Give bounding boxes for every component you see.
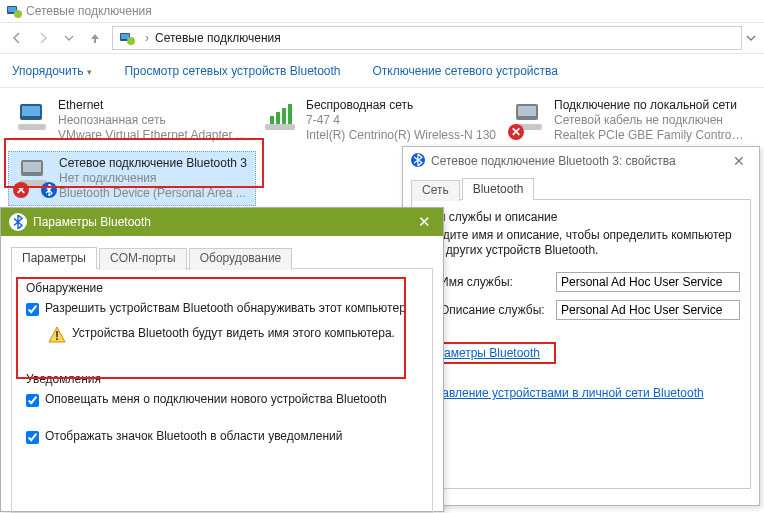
svg-rect-9: [265, 124, 295, 130]
service-section-title: Имя службы и описание: [422, 210, 740, 224]
connection-item-local[interactable]: ✕ Подключение по локальной сети Сетевой …: [504, 94, 752, 147]
svg-rect-15: [518, 106, 536, 116]
network-connections-icon: [6, 3, 22, 19]
properties-titlebar[interactable]: Сетевое подключение Bluetooth 3: свойств…: [403, 147, 759, 175]
service-section-desc: Введите имя и описание, чтобы определить…: [422, 228, 740, 258]
link-manage-devices[interactable]: Управление устройствами в личной сети Bl…: [422, 386, 704, 400]
tab-network[interactable]: Сеть: [411, 180, 460, 201]
connection-item-wifi[interactable]: Беспроводная сеть 7-47 4 Intel(R) Centri…: [256, 94, 504, 147]
bt-params-dialog: Параметры Bluetooth ✕ Параметры COM-порт…: [0, 207, 444, 512]
service-desc-label: Описание службы:: [440, 303, 556, 317]
organize-menu[interactable]: Упорядочить: [12, 64, 92, 78]
back-button[interactable]: [5, 26, 29, 50]
svg-rect-7: [22, 106, 40, 116]
service-name-label: Имя службы:: [440, 275, 556, 289]
disabled-x-icon: ✕: [508, 124, 524, 140]
properties-dialog: Сетевое подключение Bluetooth 3: свойств…: [402, 146, 760, 506]
svg-rect-12: [282, 108, 286, 124]
connection-status: Неопознанная сеть: [58, 113, 246, 128]
breadcrumb-chevron-icon: ›: [145, 31, 149, 45]
wifi-icon: [262, 98, 302, 138]
connection-name: Беспроводная сеть: [306, 98, 496, 113]
connection-device: Bluetooth Device (Personal Area ...: [59, 186, 247, 201]
chk-notify-label: Оповещать меня о подключении нового устр…: [45, 392, 387, 407]
close-icon[interactable]: ✕: [727, 153, 751, 169]
service-desc-field[interactable]: [556, 300, 740, 320]
connection-status: Сетевой кабель не подключен: [554, 113, 746, 128]
svg-rect-10: [270, 116, 274, 124]
connection-device: Realtek PCIe GBE Family Controller: [554, 128, 746, 143]
chk-tray-icon-label: Отображать значок Bluetooth в области ув…: [45, 429, 342, 444]
tab-bluetooth[interactable]: Bluetooth: [462, 178, 535, 200]
toolbar: Упорядочить Просмотр сетевых устройств B…: [0, 54, 764, 88]
tab-hardware[interactable]: Оборудование: [189, 248, 293, 270]
ethernet-icon: [14, 98, 54, 138]
bt-params-title: Параметры Bluetooth: [33, 215, 414, 229]
svg-rect-11: [276, 112, 280, 124]
up-button[interactable]: [83, 26, 107, 50]
chk-tray-icon[interactable]: [26, 431, 39, 444]
disable-device-button[interactable]: Отключение сетевого устройства: [373, 64, 558, 78]
window-title-bar: Сетевые подключения: [0, 0, 764, 22]
properties-title: Сетевое подключение Bluetooth 3: свойств…: [431, 154, 727, 168]
svg-point-2: [14, 10, 22, 18]
tab-params[interactable]: Параметры: [11, 247, 97, 269]
connection-status: 7-47 4: [306, 113, 496, 128]
svg-rect-13: [288, 104, 292, 124]
bluetooth-icon: [411, 153, 427, 169]
properties-body: Имя службы и описание Введите имя и опис…: [411, 199, 751, 489]
tab-com-ports[interactable]: COM-порты: [99, 248, 187, 270]
connection-name: Ethernet: [58, 98, 246, 113]
view-bt-devices-button[interactable]: Просмотр сетевых устройств Bluetooth: [124, 64, 340, 78]
bt-params-titlebar[interactable]: Параметры Bluetooth ✕: [1, 208, 443, 236]
address-box[interactable]: › Сетевые подключения: [112, 26, 742, 50]
connection-device: Intel(R) Centrino(R) Wireless-N 130: [306, 128, 496, 143]
callout-rect-discovery: [16, 277, 406, 379]
service-name-field[interactable]: [556, 272, 740, 292]
address-bar-row: › Сетевые подключения: [0, 22, 764, 54]
bluetooth-icon: [9, 213, 27, 231]
network-connections-icon: [119, 30, 135, 46]
forward-button[interactable]: [31, 26, 55, 50]
callout-rect-connection: [4, 138, 264, 188]
close-icon[interactable]: ✕: [414, 213, 435, 231]
history-dropdown[interactable]: [57, 26, 81, 50]
address-dropdown[interactable]: [742, 33, 760, 43]
svg-rect-4: [121, 34, 129, 39]
bt-params-body: Обнаружение Разрешить устройствам Blueto…: [11, 268, 433, 513]
ethernet-icon: ✕: [510, 98, 550, 138]
window-title: Сетевые подключения: [26, 4, 152, 18]
chk-notify-new-device[interactable]: [26, 394, 39, 407]
svg-rect-8: [18, 124, 46, 130]
bt-params-tabs: Параметры COM-порты Оборудование: [1, 236, 443, 268]
svg-rect-1: [8, 7, 16, 12]
svg-point-5: [127, 37, 135, 45]
breadcrumb-root[interactable]: Сетевые подключения: [155, 31, 281, 45]
properties-tabs: Сеть Bluetooth: [403, 175, 759, 199]
connection-name: Подключение по локальной сети: [554, 98, 746, 113]
